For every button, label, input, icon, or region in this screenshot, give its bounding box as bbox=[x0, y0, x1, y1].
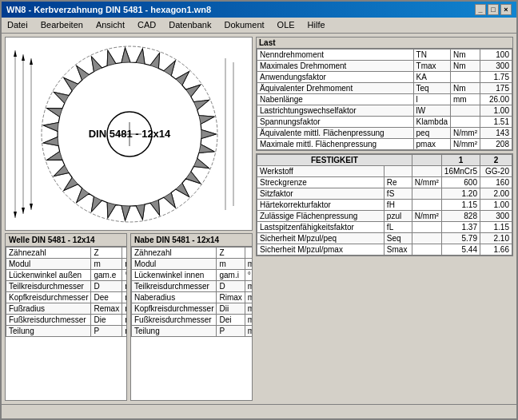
row-val1: 5.44 bbox=[441, 244, 480, 256]
row-val: 208 bbox=[480, 139, 512, 150]
menu-ole[interactable]: OLE bbox=[275, 19, 297, 31]
row-sym: Seq bbox=[384, 233, 412, 244]
row-val1: 1.20 bbox=[441, 188, 480, 200]
nabe-title: Nabe DIN 5481 - 12x14 bbox=[131, 234, 252, 247]
last-header: Last bbox=[257, 38, 512, 49]
row-unit: N/mm² bbox=[451, 128, 480, 139]
row-val: 143 bbox=[480, 128, 512, 139]
festig-title: FESTIGKEIT bbox=[257, 155, 412, 166]
row-label: Nabenlänge bbox=[257, 94, 414, 105]
menu-bar: Datei Bearbeiten Ansicht CAD Datenbank D… bbox=[2, 18, 516, 34]
maximize-button[interactable]: □ bbox=[488, 4, 499, 15]
left-panel: Dee= 13.86 D = 13.39 Die= 11.99 Dii= 12.… bbox=[5, 37, 253, 401]
row-val1: 1.37 bbox=[441, 222, 480, 233]
row-val2: 1.66 bbox=[480, 244, 512, 256]
festigkeit-table: FESTIGKEIT 1 2Werkstoff 16MnCr5 GG-20Str… bbox=[257, 154, 512, 256]
main-content: Dee= 13.86 D = 13.39 Die= 11.99 Dii= 12.… bbox=[2, 34, 516, 404]
row-unit: mm bbox=[122, 281, 127, 292]
row-val: 175 bbox=[480, 83, 512, 94]
row-val1: 600 bbox=[441, 177, 480, 188]
row-val2: 2.10 bbox=[480, 233, 512, 244]
row-unit: Nm bbox=[451, 83, 480, 94]
row-label: Nenndrehmoment bbox=[257, 50, 414, 61]
row-sym: m bbox=[217, 259, 245, 270]
row-label: Streckgrenze bbox=[257, 177, 385, 188]
row-label: Teilkreisdurchmesser bbox=[6, 281, 91, 292]
title-bar: WN8 - Kerbverzahnung DIN 5481 - hexagon1… bbox=[2, 2, 516, 18]
last-table: Nenndrehmoment TN Nm 100Maximales Drehmo… bbox=[257, 49, 512, 150]
row-unit bbox=[412, 233, 441, 244]
menu-bearbeiten[interactable]: Bearbeiten bbox=[38, 19, 86, 31]
row-label: Fußradius bbox=[6, 303, 91, 315]
row-label: Sitzfaktor bbox=[257, 188, 385, 200]
nabe-table: Zähnezahl Z 31Modul m mm (0.4194)Lückenw… bbox=[131, 247, 253, 337]
main-window: WN8 - Kerbverzahnung DIN 5481 - hexagon1… bbox=[0, 0, 518, 420]
row-label: Äquivalenter Drehmoment bbox=[257, 83, 414, 94]
row-sym: Teq bbox=[413, 83, 450, 94]
table-row: Teilung P mm 1.32 bbox=[132, 326, 253, 337]
row-label: Teilkreisdurchmesser bbox=[132, 281, 217, 292]
festig-num1: 1 bbox=[441, 155, 480, 166]
table-row: Nenndrehmoment TN Nm 100 bbox=[257, 50, 512, 61]
table-row: Teilung P mm 1.32 bbox=[6, 326, 128, 337]
row-unit: mm bbox=[122, 292, 127, 303]
row-sym: Dii bbox=[217, 303, 245, 315]
festig-col1 bbox=[412, 155, 441, 166]
row-sym: fL bbox=[384, 222, 412, 233]
row-label: Sicherheit M/pzul/pmax bbox=[257, 244, 385, 256]
menu-cad[interactable]: CAD bbox=[135, 19, 158, 31]
table-row: Sicherheit M/pzul/pmax Smax 5.44 1.66 bbox=[257, 244, 512, 256]
row-unit: mm bbox=[122, 326, 127, 337]
row-unit: mm bbox=[122, 259, 127, 270]
row-sym: gam.e bbox=[91, 270, 122, 281]
row-label: Teilung bbox=[6, 326, 91, 337]
row-val1: 828 bbox=[441, 211, 480, 222]
row-sym: P bbox=[217, 326, 245, 337]
svg-marker-54 bbox=[30, 204, 33, 210]
row-val: 1.51 bbox=[480, 117, 512, 128]
row-sym: P bbox=[91, 326, 122, 337]
row-val: 1.75 bbox=[480, 72, 512, 83]
row-val2: GG-20 bbox=[480, 166, 512, 177]
menu-dokument[interactable]: Dokument bbox=[221, 19, 266, 31]
row-unit: N/mm² bbox=[412, 211, 441, 222]
row-sym: Die bbox=[91, 315, 122, 326]
row-val2: 160 bbox=[480, 177, 512, 188]
row-unit bbox=[122, 248, 127, 259]
table-row: Teilkreisdurchmesser D mm 13.00 bbox=[6, 281, 128, 292]
row-sym: Dee bbox=[91, 292, 122, 303]
menu-hilfe[interactable]: Hilfe bbox=[305, 19, 328, 31]
row-unit: N/mm² bbox=[451, 139, 480, 150]
row-sym: fS bbox=[384, 188, 412, 200]
menu-ansicht[interactable]: Ansicht bbox=[94, 19, 127, 31]
menu-datei[interactable]: Datei bbox=[5, 19, 30, 31]
table-row: Sitzfaktor fS 1.20 2.00 bbox=[257, 188, 512, 200]
row-unit: ° bbox=[245, 270, 253, 281]
menu-datenbank[interactable]: Datenbank bbox=[166, 19, 213, 31]
row-label: Zulässige Flächenpressung bbox=[257, 211, 385, 222]
row-label: Spannungsfaktor bbox=[257, 117, 414, 128]
row-sym: Z bbox=[91, 248, 122, 259]
row-val: 1.00 bbox=[480, 105, 512, 117]
table-row: Äquivalente mittl. Flächenpressung peq N… bbox=[257, 128, 512, 139]
last-box: Last Nenndrehmoment TN Nm 100Maximales D… bbox=[256, 37, 513, 151]
svg-marker-50 bbox=[14, 212, 17, 218]
table-row: Zähnezahl Z 31 bbox=[6, 248, 128, 259]
table-row: Lastspitzenfähigkeitsfaktor fL 1.37 1.15 bbox=[257, 222, 512, 233]
table-row: Kopfkreisdurchmesser Dii mm 12.0 A11 bbox=[132, 303, 253, 315]
row-label: Maximales Drehmoment bbox=[257, 61, 414, 72]
row-val1: 16MnCr5 bbox=[441, 166, 480, 177]
row-label: Kopfkreisdurchmesser bbox=[6, 292, 91, 303]
row-unit: Nm bbox=[451, 61, 480, 72]
row-unit bbox=[412, 244, 441, 256]
row-label: Modul bbox=[6, 259, 91, 270]
close-button[interactable]: × bbox=[500, 4, 512, 15]
table-row: Fußkreisdurchmesser Dei mm 14.23 bbox=[132, 315, 253, 326]
row-unit: ° bbox=[122, 270, 127, 281]
welle-table: Zähnezahl Z 31Modul m mm (0.4194)Lückenw… bbox=[6, 247, 127, 337]
row-label: Äquivalente mittl. Flächenpressung bbox=[257, 128, 414, 139]
table-row: Lückenwinkel innen gam.i ° 43.387 bbox=[132, 270, 253, 281]
minimize-button[interactable]: _ bbox=[475, 4, 486, 15]
row-sym: Dei bbox=[217, 315, 245, 326]
table-row: Werkstoff 16MnCr5 GG-20 bbox=[257, 166, 512, 177]
